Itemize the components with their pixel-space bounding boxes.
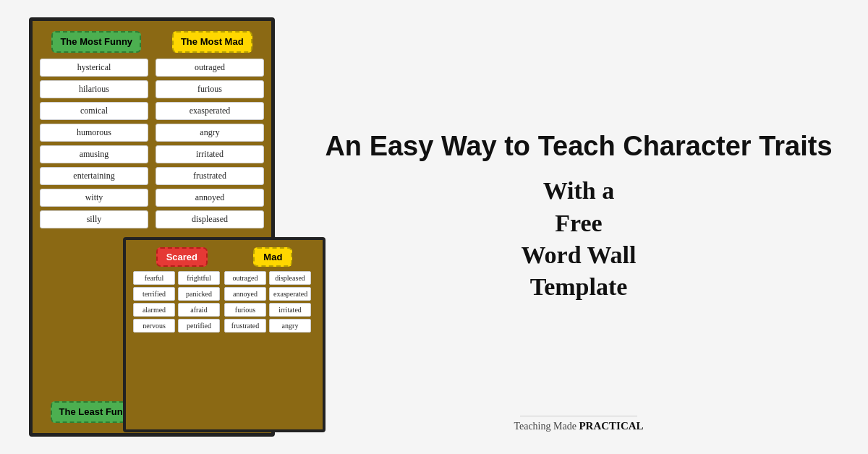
m-outraged: outraged — [224, 271, 266, 285]
right-panel: An Easy Way to Teach Character Traits Wi… — [304, 0, 868, 454]
s-alarmed: alarmed — [133, 303, 175, 317]
word-irritated: irritated — [156, 145, 264, 163]
word-silly: silly — [40, 210, 148, 228]
brand-prefix: Teaching Made — [514, 421, 576, 432]
subtitle-line3: Word Wall — [521, 241, 636, 268]
subtitle-line1: With a — [543, 177, 615, 204]
second-header-row: Scared Mad — [133, 247, 315, 267]
word-entertaining: entertaining — [40, 167, 148, 185]
m-angry: angry — [269, 319, 311, 333]
word-outraged: outraged — [156, 59, 264, 77]
subtitle: With a Free Word Wall Template — [521, 175, 636, 303]
scared-col2: frightful panicked afraid petrified — [178, 271, 220, 422]
subtitle-line2: Free — [555, 210, 602, 236]
s-afraid: afraid — [178, 303, 220, 317]
m-exasperated: exasperated — [269, 287, 311, 301]
second-grid: fearful terrified alarmed nervous fright… — [133, 271, 315, 422]
s-nervous: nervous — [133, 319, 175, 333]
m-frustrated: frustrated — [224, 319, 266, 333]
word-exasperated: exasperated — [156, 102, 264, 120]
word-humorous: humorous — [40, 124, 148, 142]
s-terrified: terrified — [133, 287, 175, 301]
header-most-mad: The Most Mad — [172, 31, 252, 53]
main-title: An Easy Way to Teach Character Traits — [325, 131, 832, 163]
brand-divider — [520, 416, 637, 416]
left-panel: The Most Funny The Most Mad hysterical h… — [0, 0, 304, 454]
header-most-funny: The Most Funny — [51, 31, 141, 53]
m-displeased: displeased — [269, 271, 311, 285]
mad-label: Mad — [253, 247, 292, 267]
word-annoyed: annoyed — [156, 189, 264, 207]
s-frightful: frightful — [178, 271, 220, 285]
m-furious: furious — [224, 303, 266, 317]
board-header-row-top: The Most Funny The Most Mad — [40, 31, 264, 53]
s-panicked: panicked — [178, 287, 220, 301]
second-board: Scared Mad fearful terrified alarmed ner… — [123, 237, 326, 432]
scared-group: fearful terrified alarmed nervous fright… — [133, 271, 220, 422]
scared-label: Scared — [156, 247, 208, 267]
mad-col2: displeased exasperated irritated angry — [269, 271, 311, 422]
scared-col1: fearful terrified alarmed nervous — [133, 271, 175, 422]
word-frustrated: frustrated — [156, 167, 264, 185]
brand-highlight: PRACTICAL — [579, 420, 643, 432]
m-annoyed: annoyed — [224, 287, 266, 301]
word-angry: angry — [156, 124, 264, 142]
word-furious: furious — [156, 80, 264, 98]
m-irritated: irritated — [269, 303, 311, 317]
subtitle-line4: Template — [530, 273, 628, 300]
brand-text: Teaching Made PRACTICAL — [514, 420, 643, 432]
word-comical: comical — [40, 102, 148, 120]
mad-group: outraged annoyed furious frustrated disp… — [224, 271, 311, 422]
second-board-inner: Scared Mad fearful terrified alarmed ner… — [133, 247, 315, 422]
word-amusing: amusing — [40, 145, 148, 163]
word-hilarious: hilarious — [40, 80, 148, 98]
s-petrified: petrified — [178, 319, 220, 333]
mad-col1: outraged annoyed furious frustrated — [224, 271, 266, 422]
word-hysterical: hysterical — [40, 59, 148, 77]
word-displeased: displeased — [156, 210, 264, 228]
s-fearful: fearful — [133, 271, 175, 285]
word-witty: witty — [40, 189, 148, 207]
